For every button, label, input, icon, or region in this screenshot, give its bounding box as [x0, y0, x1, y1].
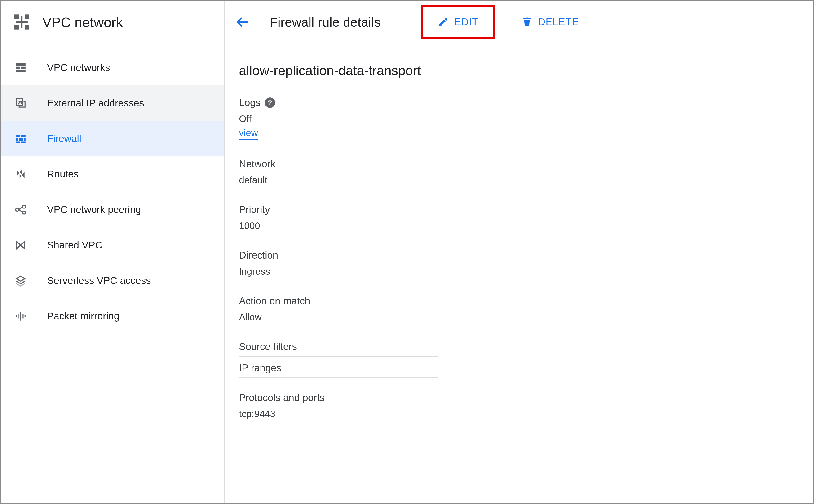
network-label: Network: [239, 158, 813, 170]
sidebar-item-label: Shared VPC: [47, 239, 102, 251]
main: Firewall rule details EDIT: [225, 1, 813, 503]
network-value: default: [239, 175, 813, 186]
sidebar-nav: VPC networks External IP addresses: [1, 43, 224, 334]
sidebar-item-external-ip[interactable]: External IP addresses: [1, 85, 224, 121]
svg-rect-17: [21, 142, 26, 143]
edit-button[interactable]: EDIT: [433, 13, 483, 31]
sidebar-header: VPC network: [1, 1, 224, 43]
topbar-actions: EDIT DELETE: [421, 5, 584, 39]
field-logs: Logs ? Off view: [239, 97, 813, 140]
svg-point-20: [22, 211, 26, 214]
rule-name: allow-replication-data-transport: [239, 63, 813, 78]
page-title: Firewall rule details: [270, 15, 380, 29]
svg-rect-13: [16, 138, 18, 141]
serverless-vpc-icon: [13, 274, 28, 288]
logs-label: Logs: [239, 97, 261, 108]
svg-rect-9: [16, 70, 26, 72]
action-label: Action on match: [239, 295, 813, 307]
svg-rect-1: [25, 14, 29, 19]
svg-rect-5: [21, 16, 22, 28]
field-protocols: Protocols and ports tcp:9443: [239, 392, 813, 419]
back-button[interactable]: [232, 11, 253, 33]
packet-mirroring-icon: [13, 309, 28, 323]
svg-point-18: [16, 208, 19, 211]
svg-rect-11: [16, 135, 20, 137]
peering-icon: [13, 203, 28, 217]
svg-rect-2: [14, 25, 19, 30]
field-source-filters: Source filters IP ranges: [239, 341, 813, 378]
delete-button[interactable]: DELETE: [516, 13, 584, 31]
svg-rect-21: [20, 312, 21, 321]
external-ip-icon: [13, 96, 28, 110]
priority-label: Priority: [239, 204, 813, 215]
sidebar-item-label: VPC networks: [47, 62, 110, 73]
svg-rect-3: [25, 25, 29, 30]
sidebar-item-firewall[interactable]: Firewall: [1, 121, 224, 156]
sidebar-item-label: Packet mirroring: [47, 310, 119, 322]
vpc-network-product-icon: [12, 12, 32, 32]
svg-rect-16: [16, 142, 20, 143]
pencil-icon: [437, 16, 449, 28]
sidebar-item-routes[interactable]: Routes: [1, 156, 224, 192]
sidebar-item-peering[interactable]: VPC network peering: [1, 192, 224, 227]
svg-rect-0: [14, 14, 19, 19]
sidebar-item-vpc-networks[interactable]: VPC networks: [1, 50, 224, 85]
svg-rect-24: [16, 315, 17, 317]
content: allow-replication-data-transport Logs ? …: [225, 43, 813, 438]
field-network: Network default: [239, 158, 813, 186]
svg-rect-8: [21, 67, 26, 69]
svg-rect-22: [18, 314, 19, 319]
trash-icon: [521, 16, 533, 28]
sidebar-item-label: VPC network peering: [47, 204, 141, 215]
sidebar-item-label: Serverless VPC access: [47, 275, 151, 286]
protocols-label: Protocols and ports: [239, 392, 813, 403]
logs-value: Off: [239, 114, 813, 124]
help-icon[interactable]: ?: [265, 97, 275, 108]
svg-rect-14: [19, 138, 23, 141]
edit-highlight: EDIT: [421, 5, 495, 39]
action-value: Allow: [239, 312, 813, 323]
field-direction: Direction Ingress: [239, 250, 813, 277]
priority-value: 1000: [239, 221, 813, 231]
svg-rect-12: [21, 135, 26, 137]
source-filters-ip-ranges: IP ranges: [239, 357, 438, 378]
logs-view-link[interactable]: view: [239, 128, 258, 140]
svg-rect-25: [25, 315, 26, 317]
routes-icon: [13, 167, 28, 181]
svg-rect-23: [22, 314, 23, 319]
sidebar-item-serverless-vpc[interactable]: Serverless VPC access: [1, 263, 224, 298]
sidebar-item-label: External IP addresses: [47, 97, 144, 109]
sidebar-item-shared-vpc[interactable]: Shared VPC: [1, 227, 224, 263]
svg-rect-7: [16, 67, 20, 69]
sidebar: VPC network VPC networks: [1, 1, 225, 503]
shared-vpc-icon: [13, 238, 28, 252]
svg-point-19: [22, 205, 26, 208]
vpc-networks-icon: [13, 61, 28, 75]
protocols-value: tcp:9443: [239, 409, 813, 419]
field-action: Action on match Allow: [239, 295, 813, 323]
delete-label: DELETE: [538, 16, 579, 28]
firewall-icon: [13, 132, 28, 146]
sidebar-title: VPC network: [42, 14, 123, 30]
sidebar-item-label: Firewall: [47, 133, 81, 144]
sidebar-item-packet-mirroring[interactable]: Packet mirroring: [1, 298, 224, 334]
arrow-left-icon: [235, 14, 250, 30]
direction-value: Ingress: [239, 266, 813, 277]
direction-label: Direction: [239, 250, 813, 261]
source-filters-label: Source filters: [239, 341, 438, 357]
svg-rect-6: [16, 63, 26, 66]
svg-rect-10: [16, 99, 22, 105]
topbar: Firewall rule details EDIT: [225, 1, 813, 43]
edit-label: EDIT: [454, 16, 478, 28]
field-priority: Priority 1000: [239, 204, 813, 231]
sidebar-item-label: Routes: [47, 168, 79, 180]
svg-rect-15: [24, 138, 26, 141]
